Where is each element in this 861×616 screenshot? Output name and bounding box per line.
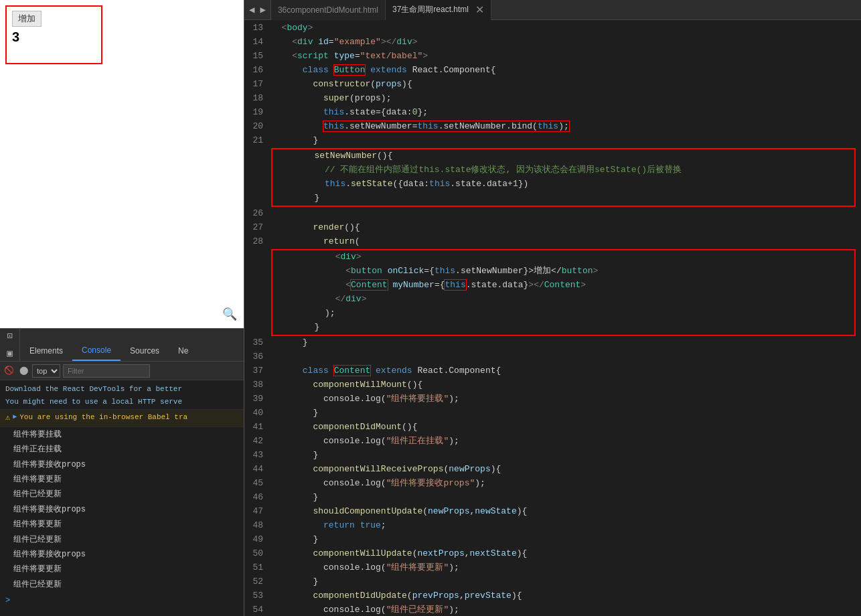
preview-box: 增加 3 <box>5 5 102 64</box>
zoom-icon[interactable]: 🔍 <box>222 307 237 321</box>
code-line-15: 15 <script type="text/babel"> <box>244 50 861 64</box>
code-line-23: // 不能在组件内部通过this.state修改状态, 因为该状态会在调用set… <box>272 163 854 177</box>
add-button[interactable]: 增加 <box>12 11 42 27</box>
code-line-49: 49 } <box>244 533 861 547</box>
code-line-18: 18 super(props); <box>244 92 861 106</box>
code-line-53: 53 componentDidUpdate(prevProps,prevStat… <box>244 589 861 603</box>
back-forward-icons: ◀ ▶ <box>244 0 271 19</box>
tab-close-icon[interactable]: ✕ <box>475 5 484 15</box>
log-2: 组件正在挂载 <box>0 442 244 457</box>
code-line-34: } <box>272 321 854 335</box>
code-line-29: <div> <box>272 250 854 264</box>
code-line-28: 28 return( <box>244 235 861 249</box>
code-line-39: 39 console.log("组件将要挂载"); <box>244 392 861 406</box>
code-line-40: 40 } <box>244 406 861 420</box>
code-line-16: 16 class Button extends React.Component{ <box>244 64 861 78</box>
right-panel: ◀ ▶ 36componentDidMount.html 37生命周期react… <box>244 0 861 616</box>
tab-elements[interactable]: Elements <box>20 341 72 361</box>
log-3: 组件将要接收props <box>0 457 244 472</box>
left-container: 增加 3 🔍 ⊡ ▣ Elements Console Sources <box>0 0 244 616</box>
console-toolbar: 🚫 ⬤ top <box>0 362 244 380</box>
code-editor: 13 <body> 14 <div id="example"></div> 15… <box>244 20 861 616</box>
code-line-48: 48 return true; <box>244 519 861 533</box>
tab-network[interactable]: Ne <box>169 341 198 361</box>
code-line-22: setNewNumber(){ <box>272 149 854 163</box>
prompt-chevron: > <box>5 596 10 605</box>
console-content: Download the React DevTools for a better… <box>0 380 244 616</box>
code-line-27: 27 render(){ <box>244 221 861 235</box>
log-6: 组件将要接收props <box>0 502 244 517</box>
clear-console-icon[interactable]: 🚫 <box>3 365 15 377</box>
code-line-44: 44 componentWillReceiveProps(newProps){ <box>244 463 861 477</box>
code-line-20: 20 this.setNewNumber=this.setNewNumber.b… <box>244 120 861 134</box>
devtools-tabs-row: ⊡ ▣ Elements Console Sources Ne <box>0 329 244 362</box>
tab-sources[interactable]: Sources <box>121 341 169 361</box>
stop-icon[interactable]: ⬤ <box>17 365 29 377</box>
code-line-46: 46 } <box>244 491 861 505</box>
log-8: 组件已经更新 <box>0 532 244 547</box>
mobile-icon[interactable]: ▣ <box>7 349 12 358</box>
inspect-icon[interactable]: ⊡ <box>7 331 12 341</box>
code-line-19: 19 this.state={data:0}; <box>244 106 861 120</box>
code-line-47: 47 shouldComponentUpdate(newProps,newSta… <box>244 505 861 519</box>
code-line-50: 50 componentWillUpdate(nextProps,nextSta… <box>244 547 861 561</box>
warning-icon: ⚠ <box>5 411 10 425</box>
code-line-17: 17 constructor(props){ <box>244 78 861 92</box>
code-line-52: 52 } <box>244 575 861 589</box>
code-line-43: 43 } <box>244 449 861 463</box>
log-7: 组件将要更新 <box>0 517 244 532</box>
code-line-30: <button onClick={this.setNewNumber}>增加</… <box>272 264 854 279</box>
code-line-45: 45 console.log("组件将要接收props"); <box>244 477 861 491</box>
devtools-tabs: Elements Console Sources Ne <box>20 329 198 361</box>
context-selector[interactable]: top <box>32 364 60 378</box>
triangle-icon[interactable]: ▶ <box>13 411 17 422</box>
log-4: 组件将要更新 <box>0 472 244 487</box>
forward-icon[interactable]: ▶ <box>258 4 267 15</box>
code-line-54: 54 console.log("组件已经更新"); <box>244 603 861 616</box>
code-line-35: 35 } <box>244 336 861 350</box>
log-10: 组件将要更新 <box>0 562 244 576</box>
preview-area: 增加 3 🔍 <box>0 0 244 328</box>
console-prompt[interactable]: > <box>0 595 244 607</box>
code-line-25: } <box>272 191 854 206</box>
log-5: 组件已经更新 <box>0 487 244 502</box>
code-line-33: ); <box>272 307 854 321</box>
tab-36[interactable]: 36componentDidMount.html <box>271 0 386 20</box>
render-return-box: <div> <button onClick={this.setNewNumber… <box>271 249 856 336</box>
code-line-13: 13 <body> <box>244 21 861 35</box>
devtools-sidebar-icons: ⊡ ▣ <box>0 329 20 361</box>
back-icon[interactable]: ◀ <box>247 4 256 15</box>
console-warning: ⚠ ▶ You are using the in-browser Babel t… <box>0 410 244 427</box>
log-1: 组件将要挂载 <box>0 427 244 442</box>
counter-display: 3 <box>12 29 19 45</box>
code-line-51: 51 console.log("组件将要更新"); <box>244 561 861 575</box>
tab-37[interactable]: 37生命周期react.html ✕ <box>386 0 491 20</box>
code-line-14: 14 <div id="example"></div> <box>244 35 861 50</box>
code-line-36: 36 <box>244 350 861 364</box>
log-9: 组件将要接收props <box>0 547 244 562</box>
code-line-41: 41 componentDidMount(){ <box>244 420 861 435</box>
console-info-msg: Download the React DevTools for a better… <box>0 382 244 410</box>
filter-input[interactable] <box>63 364 150 378</box>
code-line-21: 21 } <box>244 134 861 148</box>
log-11: 组件已经更新 <box>0 577 244 592</box>
tab-console[interactable]: Console <box>72 341 121 361</box>
code-line-26: 26 <box>244 207 861 221</box>
set-new-number-box: setNewNumber(){ // 不能在组件内部通过this.state修改… <box>271 148 856 207</box>
devtools-panel: ⊡ ▣ Elements Console Sources Ne 🚫 ⬤ top <box>0 328 244 616</box>
code-lines-top: 13 <body> 14 <div id="example"></div> 15… <box>244 20 861 616</box>
code-line-32: </div> <box>272 293 854 307</box>
code-line-37: 37 class Content extends React.Component… <box>244 364 861 378</box>
code-line-24: this.setState({data:this.state.data+1}) <box>272 177 854 191</box>
editor-tabs-bar: ◀ ▶ 36componentDidMount.html 37生命周期react… <box>244 0 861 20</box>
code-line-38: 38 componentWillMount(){ <box>244 378 861 392</box>
code-line-42: 42 console.log("组件正在挂载"); <box>244 435 861 449</box>
code-line-31: <Content myNumber={this.state.data}></Co… <box>272 279 854 293</box>
